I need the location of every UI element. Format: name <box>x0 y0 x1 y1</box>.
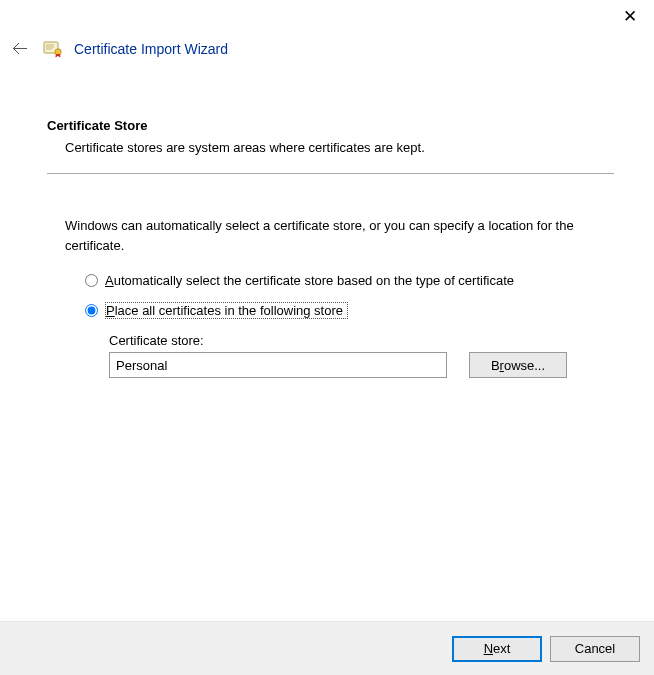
next-button[interactable]: Next <box>452 636 542 662</box>
back-arrow-icon[interactable]: 🡠 <box>10 38 30 60</box>
section-title: Certificate Store <box>47 118 614 133</box>
radio-auto-label: Automatically select the certificate sto… <box>105 273 514 288</box>
wizard-title: Certificate Import Wizard <box>74 41 228 57</box>
radio-auto-select[interactable]: Automatically select the certificate sto… <box>85 273 614 288</box>
certificate-icon <box>42 39 62 59</box>
close-icon[interactable]: ✕ <box>617 4 643 29</box>
footer: Next Cancel <box>0 621 654 675</box>
browse-button[interactable]: Browse... <box>469 352 567 378</box>
radio-place-input[interactable] <box>85 304 98 317</box>
store-row: Browse... <box>109 352 614 378</box>
store-section: Certificate store: Browse... <box>109 333 614 378</box>
divider <box>47 173 614 174</box>
content-area: Certificate Store Certificate stores are… <box>47 118 614 378</box>
radio-group: Automatically select the certificate sto… <box>85 273 614 319</box>
intro-text: Windows can automatically select a certi… <box>65 216 604 255</box>
radio-place-all[interactable]: Place all certificates in the following … <box>85 302 614 319</box>
cancel-button[interactable]: Cancel <box>550 636 640 662</box>
store-label: Certificate store: <box>109 333 614 348</box>
radio-place-label: Place all certificates in the following … <box>105 302 348 319</box>
store-input[interactable] <box>109 352 447 378</box>
section-description: Certificate stores are system areas wher… <box>65 139 614 157</box>
header: 🡠 Certificate Import Wizard <box>10 38 228 60</box>
radio-auto-input[interactable] <box>85 274 98 287</box>
